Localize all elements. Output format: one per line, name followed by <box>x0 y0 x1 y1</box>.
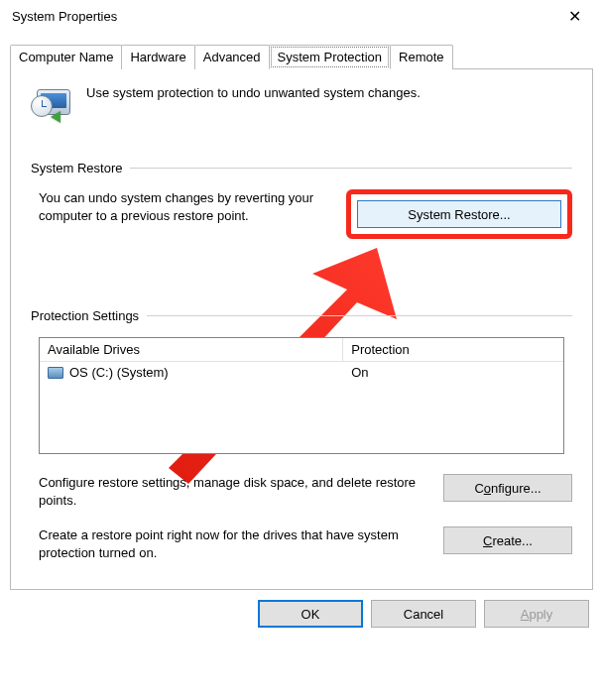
group-title-system-restore: System Restore <box>31 161 122 175</box>
cancel-button[interactable]: Cancel <box>371 600 476 628</box>
close-icon: ✕ <box>568 7 581 26</box>
tab-system-protection[interactable]: System Protection <box>269 45 392 69</box>
system-restore-description: You can undo system changes by reverting… <box>39 189 330 224</box>
configure-description: Configure restore settings, manage disk … <box>39 474 427 509</box>
create-button[interactable]: Create... <box>443 526 572 554</box>
system-restore-button-label: ystem Restore... <box>417 207 511 222</box>
drives-table: Available Drives Protection OS (C:) (Sys… <box>39 337 564 454</box>
table-row[interactable]: OS (C:) (System) On <box>40 362 563 383</box>
drive-name: OS (C:) (System) <box>69 365 169 380</box>
tab-remote[interactable]: Remote <box>390 45 453 69</box>
col-protection[interactable]: Protection <box>343 338 563 361</box>
drives-header: Available Drives Protection <box>40 338 563 362</box>
drive-protection-status: On <box>351 365 368 380</box>
tab-strip: Computer Name Hardware Advanced System P… <box>10 44 593 68</box>
tab-panel-system-protection: Use system protection to undo unwanted s… <box>10 68 593 590</box>
configure-button[interactable]: Configure... <box>443 474 572 502</box>
titlebar: System Properties ✕ <box>0 0 603 34</box>
ok-button[interactable]: OK <box>258 600 363 628</box>
col-available-drives[interactable]: Available Drives <box>40 338 343 361</box>
create-description: Create a restore point right now for the… <box>39 526 427 561</box>
window-title: System Properties <box>12 9 117 24</box>
tab-hardware[interactable]: Hardware <box>121 45 194 69</box>
intro-text: Use system protection to undo unwanted s… <box>86 85 421 100</box>
intro-row: Use system protection to undo unwanted s… <box>31 85 572 125</box>
group-protection-settings: Protection Settings Available Drives Pro… <box>31 308 572 561</box>
group-title-protection-settings: Protection Settings <box>31 308 139 323</box>
drive-icon <box>48 367 63 379</box>
apply-button[interactable]: Apply <box>484 600 589 628</box>
group-system-restore: System Restore You can undo system chang… <box>31 161 572 239</box>
close-button[interactable]: ✕ <box>551 2 597 32</box>
annotation-highlight: System Restore... <box>346 189 572 239</box>
drives-body[interactable]: OS (C:) (System) On <box>40 362 563 453</box>
system-protection-icon <box>31 85 74 125</box>
system-restore-button[interactable]: System Restore... <box>357 200 561 228</box>
dialog-footer: OK Cancel Apply <box>0 600 589 628</box>
tab-advanced[interactable]: Advanced <box>194 45 270 69</box>
tab-computer-name[interactable]: Computer Name <box>10 45 122 69</box>
